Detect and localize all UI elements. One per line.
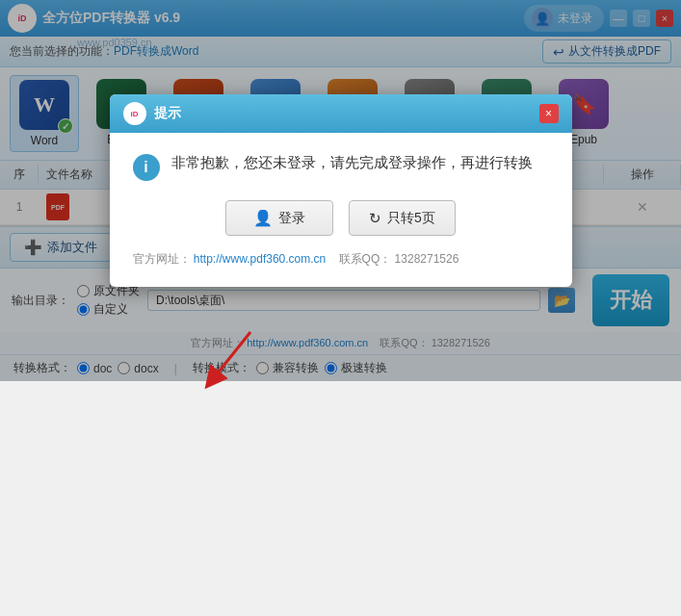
svg-line-0 bbox=[212, 332, 250, 380]
modal-dialog: iD 提示 × i 非常抱歉，您还未登录，请先完成登录操作，再进行转换 👤 登录 bbox=[110, 94, 572, 287]
login-label: 登录 bbox=[278, 210, 305, 227]
modal-message-text: 非常抱歉，您还未登录，请先完成登录操作，再进行转换 bbox=[171, 152, 533, 174]
modal-trial-button[interactable]: ↻ 只转5页 bbox=[349, 200, 456, 236]
info-icon: i bbox=[133, 154, 160, 181]
modal-footer: 官方网址： http://www.pdf360.com.cn 联系QQ： 132… bbox=[133, 251, 549, 268]
modal-message-area: i 非常抱歉，您还未登录，请先完成登录操作，再进行转换 bbox=[133, 152, 549, 181]
modal-footer-label: 官方网址： bbox=[133, 252, 191, 266]
modal-buttons: 👤 登录 ↻ 只转5页 bbox=[133, 200, 549, 236]
login-icon: 👤 bbox=[253, 209, 273, 227]
trial-icon: ↻ bbox=[369, 210, 381, 227]
modal-title: 提示 bbox=[154, 105, 532, 122]
modal-overlay: iD 提示 × i 非常抱歉，您还未登录，请先完成登录操作，再进行转换 👤 登录 bbox=[0, 0, 681, 381]
info-icon-text: i bbox=[144, 159, 147, 176]
modal-close-button[interactable]: × bbox=[539, 104, 559, 123]
arrow-indicator bbox=[193, 327, 270, 404]
trial-label: 只转5页 bbox=[387, 210, 435, 227]
modal-footer-url[interactable]: http://www.pdf360.com.cn bbox=[194, 252, 326, 266]
modal-logo: iD bbox=[123, 102, 146, 125]
modal-footer-qq-label: 联系QQ： bbox=[339, 252, 392, 266]
modal-title-bar: iD 提示 × bbox=[110, 94, 572, 133]
modal-body: i 非常抱歉，您还未登录，请先完成登录操作，再进行转换 👤 登录 ↻ 只转5页 bbox=[110, 133, 572, 287]
modal-footer-qq-num: 1328271526 bbox=[395, 252, 459, 266]
modal-login-button[interactable]: 👤 登录 bbox=[225, 200, 333, 236]
